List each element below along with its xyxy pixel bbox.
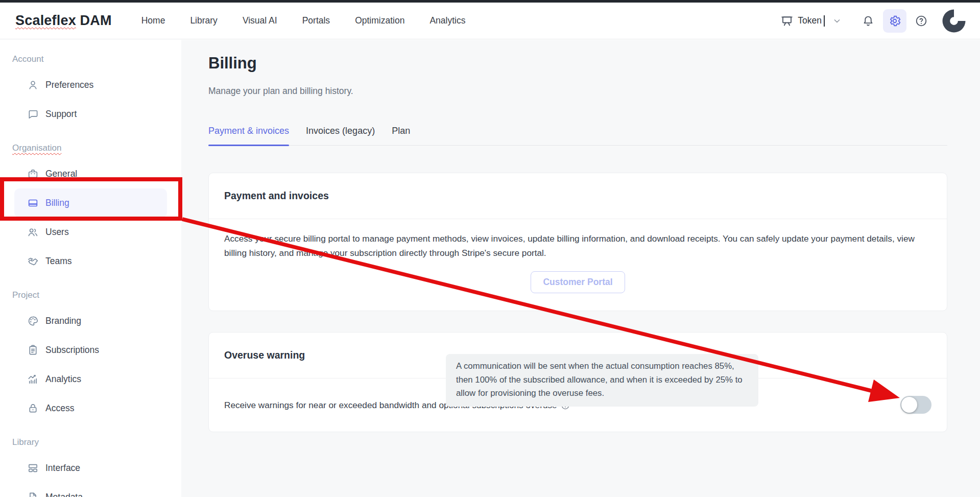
sidebar-item-billing[interactable]: Billing [14,188,167,218]
sidebar-item-support[interactable]: Support [14,100,167,129]
sidebar-section-project: ProjectBrandingSubscriptionsAnalyticsAcc… [0,289,181,423]
card-body: Access your secure billing portal to man… [209,219,947,293]
sidebar-item-label: Preferences [45,80,93,90]
text-cursor [824,15,825,27]
top-bar: Scaleflex DAM HomeLibraryVisual AIPortal… [0,3,980,39]
sidebar-item-label: Branding [45,316,81,326]
sidebar-item-label: Support [45,109,77,120]
sidebar-section-title: Library [12,436,181,448]
tab-plan[interactable]: Plan [392,126,410,145]
users-icon [27,226,39,238]
main-content: Billing Manage your plan and billing his… [181,40,980,497]
card-title: Overuse warning [224,349,305,361]
help-button[interactable] [910,9,933,33]
gear-icon [888,14,901,28]
app-logo[interactable]: Scaleflex DAM [15,13,112,29]
nav-library[interactable]: Library [190,15,218,26]
token-label: Token [798,15,822,26]
topbar-right: Token [780,7,968,35]
sidebar-item-preferences[interactable]: Preferences [14,70,167,100]
sidebar-section-account: AccountPreferencesSupport [0,53,181,129]
handshake-icon [27,255,39,267]
document-icon [27,491,39,497]
page-title: Billing [208,54,257,73]
page-subtitle: Manage your plan and billing history. [208,86,353,97]
logo-suffix: DAM [76,13,112,28]
tooltip-text: A communication will be sent when the ac… [456,360,748,400]
sidebar-item-label: Access [45,403,74,414]
clipboard-icon [27,344,39,356]
credit-card-icon [27,197,39,209]
briefcase-icon [27,168,39,180]
sidebar-item-general[interactable]: General [14,159,167,188]
sidebar-item-label: Metadata [45,492,83,497]
sidebar-section-library: LibraryInterfaceMetadata [0,436,181,497]
sidebar-item-analytics[interactable]: Analytics [14,365,167,394]
sidebar-item-label: Billing [45,198,69,208]
board-icon [780,14,794,28]
help-icon [915,14,928,28]
card-header: Payment and invoices [209,173,947,219]
sidebar-item-subscriptions[interactable]: Subscriptions [14,336,167,365]
tab-invoices-legacy[interactable]: Invoices (legacy) [306,126,375,145]
sidebar-section-organisation: OrganisationGeneralBillingUsersTeams [0,142,181,276]
sidebar-item-interface[interactable]: Interface [14,454,167,483]
overuse-warning-toggle[interactable] [900,396,931,414]
tab-payment-invoices[interactable]: Payment & invoices [208,126,289,145]
overuse-tooltip: A communication will be sent when the ac… [446,354,758,407]
nav-analytics[interactable]: Analytics [429,15,465,26]
sidebar-section-title: Organisation [12,142,181,154]
chart-icon [27,373,39,385]
toggle-knob [901,397,917,413]
sidebar-item-label: Interface [45,463,80,474]
layout-icon [27,462,39,474]
payment-invoices-card: Payment and invoices Access your secure … [208,173,947,311]
sidebar-item-teams[interactable]: Teams [14,247,167,276]
nav-home[interactable]: Home [141,15,165,26]
sidebar-section-title: Project [12,289,181,301]
sidebar-item-branding[interactable]: Branding [14,306,167,336]
sidebar-item-label: Teams [45,256,72,267]
palette-icon [27,315,39,327]
chevron-down-icon [832,16,842,26]
sidebar-section-title: Account [12,53,181,65]
token-selector[interactable]: Token [780,14,842,28]
sidebar-item-access[interactable]: Access [14,394,167,423]
top-dark-strip [0,0,980,3]
nav-visual-ai[interactable]: Visual AI [243,15,277,26]
avatar[interactable] [940,7,968,35]
lock-icon [27,403,39,414]
bell-icon [862,14,875,28]
customer-portal-button[interactable]: Customer Portal [531,271,625,293]
sidebar-item-label: Users [45,227,69,238]
nav-portals[interactable]: Portals [302,15,330,26]
sidebar-item-metadata[interactable]: Metadata [14,483,167,497]
nav-optimization[interactable]: Optimization [355,15,404,26]
payment-description: Access your secure billing portal to man… [224,231,931,260]
sidebar-item-label: Subscriptions [45,345,99,356]
sidebar-item-label: Analytics [45,374,81,385]
billing-tabs: Payment & invoicesInvoices (legacy)Plan [208,126,947,146]
settings-button[interactable] [883,9,906,33]
sidebar-item-label: General [45,169,77,179]
top-nav: HomeLibraryVisual AIPortalsOptimizationA… [141,15,466,26]
sidebar-item-users[interactable]: Users [14,218,167,247]
notifications-button[interactable] [856,9,880,33]
card-title: Payment and invoices [224,190,329,202]
chat-icon [27,108,39,120]
user-icon [27,79,39,91]
settings-sidebar: AccountPreferencesSupportOrganisationGen… [0,40,181,497]
logo-brand: Scaleflex [15,13,76,28]
